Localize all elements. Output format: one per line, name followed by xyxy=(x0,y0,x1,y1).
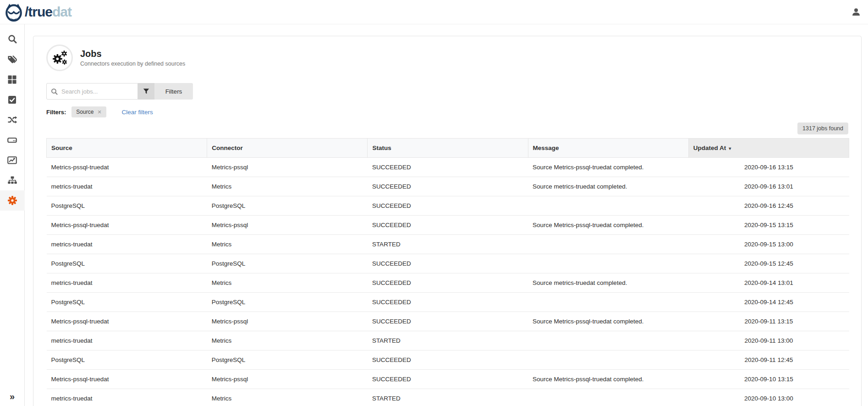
cell-source: metrics-truedat xyxy=(47,273,207,293)
truedat-logo[interactable]: /truedat xyxy=(5,2,71,22)
sidebar-item-admin-gear[interactable] xyxy=(0,190,25,211)
cell-status: SUCCEEDED xyxy=(368,350,528,370)
owl-logo-icon xyxy=(5,2,23,22)
grid-icon xyxy=(8,75,16,84)
column-header-source[interactable]: Source xyxy=(47,139,207,158)
jobs-card: Jobs Connectors execution by defined sou… xyxy=(33,36,862,406)
cell-source: metrics-truedat xyxy=(47,389,207,406)
cell-updated-at: 2020-09-15 12:45 xyxy=(688,254,849,273)
remove-filter-icon[interactable]: ✕ xyxy=(97,109,101,115)
user-menu-icon[interactable] xyxy=(852,7,861,17)
page-subtitle: Connectors execution by defined sources xyxy=(80,61,185,67)
sidebar-item-search[interactable] xyxy=(0,29,25,49)
sidebar-item-check-square[interactable] xyxy=(0,89,25,110)
cell-source: Metrics-pssql-truedat xyxy=(47,216,207,235)
filter-chip-source[interactable]: Source ✕ xyxy=(71,106,106,117)
jobs-table: Source Connector Status Message Updated … xyxy=(46,138,849,406)
chart-line-icon xyxy=(7,156,17,165)
cell-connector: Metrics-pssql xyxy=(207,370,368,389)
cell-message xyxy=(528,350,688,370)
column-header-message[interactable]: Message xyxy=(528,139,688,158)
sidebar-item-drive[interactable] xyxy=(0,130,25,150)
jobs-found-badge: 1317 jobs found xyxy=(797,122,848,134)
cell-message: Source Metrics-pssql-truedat completed. xyxy=(528,216,688,235)
clear-filters-link[interactable]: Clear filters xyxy=(122,109,153,116)
table-row: Metrics-pssql-truedatMetrics-pssqlSUCCEE… xyxy=(47,216,849,235)
filter-funnel-button[interactable] xyxy=(138,83,154,100)
cell-message: Source Metrics-pssql-truedat completed. xyxy=(528,158,688,177)
sidebar-item-tags[interactable] xyxy=(0,49,25,69)
sidebar-collapse-button[interactable]: » xyxy=(0,387,25,406)
search-icon xyxy=(8,34,17,44)
sort-desc-icon: ▾ xyxy=(729,146,731,151)
sidebar-item-grid[interactable] xyxy=(0,69,25,89)
filters-button[interactable]: Filters xyxy=(154,83,193,100)
table-row: Metrics-pssql-truedatMetrics-pssqlSUCCEE… xyxy=(47,370,849,389)
sidebar-item-shuffle[interactable] xyxy=(0,110,25,130)
cell-connector: Metrics xyxy=(207,177,368,196)
jobs-gears-badge xyxy=(46,44,73,71)
gear-icon xyxy=(8,196,17,205)
cell-source: PostgreSQL xyxy=(47,350,207,370)
column-header-connector[interactable]: Connector xyxy=(207,139,368,158)
cell-source: metrics-truedat xyxy=(47,177,207,196)
filters-label: Filters: xyxy=(46,109,66,116)
table-row: PostgreSQLPostgreSQLSUCCEEDED2020-09-16 … xyxy=(47,196,849,216)
jobs-table-body: Metrics-pssql-truedatMetrics-pssqlSUCCEE… xyxy=(47,158,849,406)
drive-icon xyxy=(7,135,17,145)
cell-message: Source Metrics-pssql-truedat completed. xyxy=(528,312,688,331)
cell-connector: PostgreSQL xyxy=(207,254,368,273)
cell-source: metrics-truedat xyxy=(47,235,207,254)
table-row: metrics-truedatMetricsSTARTED2020-09-15 … xyxy=(47,235,849,254)
sidebar-item-sitemap[interactable] xyxy=(0,170,25,190)
cell-updated-at: 2020-09-10 13:00 xyxy=(688,389,849,406)
cell-source: PostgreSQL xyxy=(47,254,207,273)
jobs-title-block: Jobs Connectors execution by defined sou… xyxy=(80,49,185,67)
cell-source: PostgreSQL xyxy=(47,293,207,312)
cell-connector: Metrics xyxy=(207,235,368,254)
shuffle-icon xyxy=(7,115,17,124)
cell-connector: Metrics-pssql xyxy=(207,312,368,331)
table-row: metrics-truedatMetricsSUCCEEDEDSource me… xyxy=(47,273,849,293)
sidebar-item-chart-line[interactable] xyxy=(0,150,25,170)
search-input[interactable] xyxy=(61,88,133,95)
cell-updated-at: 2020-09-15 13:15 xyxy=(688,216,849,235)
cell-status: SUCCEEDED xyxy=(368,312,528,331)
sidebar: » xyxy=(0,24,25,406)
cell-message xyxy=(528,293,688,312)
table-row: Metrics-pssql-truedatMetrics-pssqlSUCCEE… xyxy=(47,312,849,331)
cell-source: Metrics-pssql-truedat xyxy=(47,158,207,177)
cell-updated-at: 2020-09-14 12:45 xyxy=(688,293,849,312)
page-title: Jobs xyxy=(80,49,185,59)
cell-message: Source Metrics-pssql-truedat completed. xyxy=(528,370,688,389)
cell-message xyxy=(528,196,688,216)
table-row: PostgreSQLPostgreSQLSUCCEEDED2020-09-15 … xyxy=(47,254,849,273)
check-square-icon xyxy=(8,95,16,104)
cell-status: STARTED xyxy=(368,389,528,406)
table-row: metrics-truedatMetricsSUCCEEDEDSource me… xyxy=(47,177,849,196)
double-chevron-right-icon: » xyxy=(10,391,15,402)
cell-source: metrics-truedat xyxy=(47,331,207,350)
cell-connector: PostgreSQL xyxy=(207,350,368,370)
cell-connector: Metrics xyxy=(207,331,368,350)
cell-message xyxy=(528,331,688,350)
cell-connector: Metrics-pssql xyxy=(207,158,368,177)
cell-message: Source metrics-truedat completed. xyxy=(528,273,688,293)
table-row: Metrics-pssql-truedatMetrics-pssqlSUCCEE… xyxy=(47,158,849,177)
cell-status: SUCCEEDED xyxy=(368,158,528,177)
cell-status: SUCCEEDED xyxy=(368,293,528,312)
cell-source: Metrics-pssql-truedat xyxy=(47,312,207,331)
cell-updated-at: 2020-09-11 13:00 xyxy=(688,331,849,350)
cell-updated-at: 2020-09-16 12:45 xyxy=(688,196,849,216)
cell-source: Metrics-pssql-truedat xyxy=(47,370,207,389)
cell-message: Source metrics-truedat completed. xyxy=(528,177,688,196)
results-count-row: 1317 jobs found xyxy=(46,122,848,134)
column-header-updated-at[interactable]: Updated At▾ xyxy=(688,139,849,158)
sitemap-icon xyxy=(8,176,17,185)
column-header-status[interactable]: Status xyxy=(368,139,528,158)
cell-status: SUCCEEDED xyxy=(368,177,528,196)
cell-connector: PostgreSQL xyxy=(207,196,368,216)
cell-status: STARTED xyxy=(368,235,528,254)
table-row: PostgreSQLPostgreSQLSUCCEEDED2020-09-11 … xyxy=(47,350,849,370)
active-filters-row: Filters: Source ✕ Clear filters xyxy=(46,106,848,118)
